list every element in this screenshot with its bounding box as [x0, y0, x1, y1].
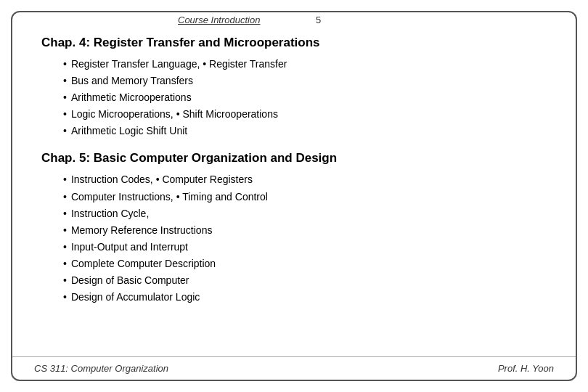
bullet-dot: • — [63, 123, 67, 139]
bullet-text: Complete Computer Description — [71, 256, 216, 272]
bullet-item: •Complete Computer Description — [63, 256, 547, 272]
bullet-text: Design of Accumulator Logic — [71, 289, 200, 306]
bullet-dot: • — [63, 289, 67, 306]
bullet-text: Bus and Memory Transfers — [71, 73, 193, 89]
bullet-dot: • — [63, 189, 67, 205]
bullet-text: Register Transfer Language, • Register T… — [71, 56, 287, 73]
footer-left: CS 311: Computer Organization — [34, 363, 168, 374]
bullet-item: •Arithmetic Logic Shift Unit — [63, 123, 547, 139]
bullet-dot: • — [63, 205, 67, 222]
chapter5-bullets: •Instruction Codes, • Computer Registers… — [63, 171, 547, 306]
bullet-item: •Design of Accumulator Logic — [63, 289, 547, 306]
bullet-item: •Design of Basic Computer — [63, 272, 547, 289]
bullet-item: •Register Transfer Language, • Register … — [63, 56, 547, 73]
bullet-dot: • — [63, 222, 67, 239]
slide-footer: CS 311: Computer Organization Prof. H. Y… — [12, 356, 576, 380]
slide-container: Course Introduction 5 Chap. 4: Register … — [11, 11, 577, 381]
bullet-item: •Arithmetic Microoperations — [63, 89, 547, 106]
bullet-item: •Bus and Memory Transfers — [63, 73, 547, 89]
bullet-dot: • — [63, 171, 67, 188]
bullet-text: Design of Basic Computer — [71, 272, 189, 289]
bullet-item: •Computer Instructions, • Timing and Con… — [63, 189, 547, 205]
chapter4-heading: Chap. 4: Register Transfer and Microoper… — [41, 36, 547, 50]
footer-right: Prof. H. Yoon — [498, 363, 554, 374]
bullet-text: Memory Reference Instructions — [71, 222, 213, 239]
chapter4-bullets: •Register Transfer Language, • Register … — [63, 56, 547, 139]
bullet-item: •Logic Microoperations, • Shift Microope… — [63, 106, 547, 123]
bullet-item: •Instruction Cycle, — [63, 205, 547, 222]
bullet-item: •Memory Reference Instructions — [63, 222, 547, 239]
chapter5-heading: Chap. 5: Basic Computer Organization and… — [41, 151, 547, 166]
header-number: 5 — [316, 15, 321, 25]
bullet-item: •Instruction Codes, • Computer Registers — [63, 171, 547, 188]
bullet-item: •Input-Output and Interrupt — [63, 239, 547, 256]
slide-header: Course Introduction 5 — [12, 12, 576, 24]
bullet-dot: • — [63, 239, 67, 256]
bullet-dot: • — [63, 106, 67, 123]
bullet-text: Arithmetic Logic Shift Unit — [71, 123, 187, 139]
slide-content: Chap. 4: Register Transfer and Microoper… — [12, 24, 576, 356]
bullet-dot: • — [63, 56, 67, 73]
bullet-dot: • — [63, 256, 67, 272]
bullet-text: Arithmetic Microoperations — [71, 89, 192, 106]
bullet-text: Instruction Codes, • Computer Registers — [71, 171, 253, 188]
bullet-text: Instruction Cycle, — [71, 205, 149, 222]
bullet-text: Computer Instructions, • Timing and Cont… — [71, 189, 268, 205]
bullet-text: Input-Output and Interrupt — [71, 239, 188, 256]
header-title: Course Introduction — [178, 15, 260, 25]
bullet-dot: • — [63, 89, 67, 106]
bullet-text: Logic Microoperations, • Shift Microoper… — [71, 106, 278, 123]
bullet-dot: • — [63, 272, 67, 289]
bullet-dot: • — [63, 73, 67, 89]
